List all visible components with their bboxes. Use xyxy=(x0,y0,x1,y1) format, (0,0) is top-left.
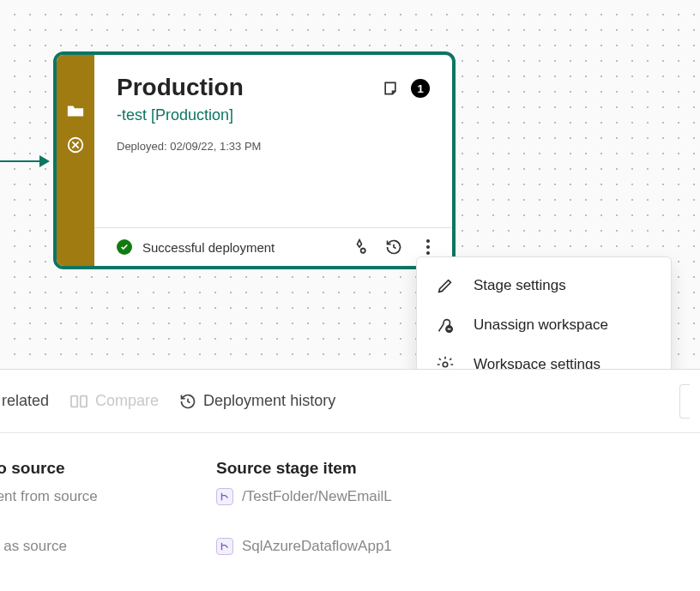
pencil-icon xyxy=(436,276,455,295)
col-header-source-item: Source stage item xyxy=(216,459,700,478)
deployment-status-text: Successful deployment xyxy=(142,240,341,255)
sync-error-icon xyxy=(66,136,85,154)
connector-arrow xyxy=(0,160,48,162)
toolbar-right-button[interactable] xyxy=(679,384,690,419)
stage-title: Production xyxy=(117,74,382,101)
stage-main: Production -test [Production] 1 Deployed… xyxy=(94,55,452,266)
dataflow-icon xyxy=(216,538,233,555)
dataflow-icon xyxy=(216,488,233,505)
stage-subtitle[interactable]: -test [Production] xyxy=(117,106,382,124)
folder-icon xyxy=(66,101,85,120)
note-icon[interactable] xyxy=(382,80,399,97)
svg-rect-7 xyxy=(81,395,87,407)
lower-panel: related Compare Deployment history to so… xyxy=(0,369,700,591)
unassign-icon xyxy=(436,316,455,335)
stage-header: Production -test [Production] 1 xyxy=(94,55,452,131)
menu-stage-settings[interactable]: Stage settings xyxy=(417,266,671,305)
table-row[interactable]: rent from source /TestFolder/NewEmailL xyxy=(0,483,700,510)
toolbar-related[interactable]: related xyxy=(2,392,49,410)
history-icon[interactable] xyxy=(385,238,402,256)
more-options-button[interactable] xyxy=(419,239,437,255)
lower-headers: to source Source stage item xyxy=(0,433,700,483)
stage-sidebar xyxy=(57,55,94,266)
toolbar: related Compare Deployment history xyxy=(0,370,700,433)
menu-unassign-workspace[interactable]: Unassign workspace xyxy=(417,305,671,345)
col-header-source: to source xyxy=(0,459,216,478)
success-icon xyxy=(117,239,132,255)
stage-card-production[interactable]: Production -test [Production] 1 Deployed… xyxy=(53,51,456,269)
toolbar-compare: Compare xyxy=(69,392,159,410)
item-count-badge: 1 xyxy=(411,79,430,98)
stage-footer: Successful deployment xyxy=(94,227,452,266)
svg-rect-6 xyxy=(71,395,77,407)
table-row[interactable]: e as source SqlAzureDataflowApp1 xyxy=(0,533,700,560)
rules-icon[interactable] xyxy=(351,238,368,256)
svg-point-3 xyxy=(443,362,448,367)
deployed-timestamp: Deployed: 02/09/22, 1:33 PM xyxy=(94,131,452,170)
toolbar-deployment-history[interactable]: Deployment history xyxy=(179,392,335,410)
svg-point-1 xyxy=(361,249,365,253)
